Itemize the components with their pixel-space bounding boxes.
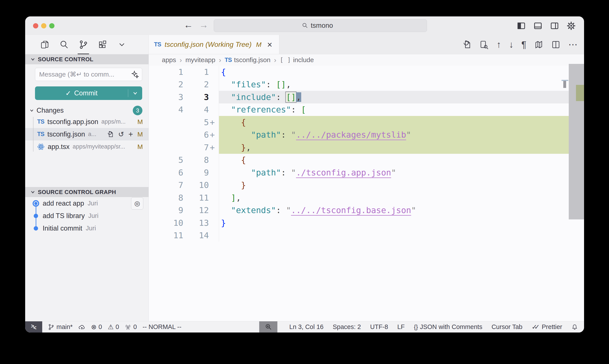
code-line[interactable]: 7+ }, <box>149 141 584 154</box>
error-icon: ⊗ <box>91 324 96 330</box>
previous-change-icon[interactable]: ↑ <box>496 40 501 49</box>
commit-item-add-ts-library[interactable]: add TS libraryJuri <box>25 209 149 222</box>
commit-author: Juri <box>88 212 98 220</box>
file-path-link[interactable]: ../../tsconfig.base.json <box>291 205 411 215</box>
file-path-link[interactable]: ./tsconfig.app.json <box>296 168 391 177</box>
toggle-secondary-sidebar-button[interactable] <box>549 21 559 31</box>
status-item-ln-3-col-16[interactable]: Ln 3, Col 16 <box>289 323 324 331</box>
vscode-window: ← → <box>25 16 584 333</box>
change-item-tsconfig-json[interactable]: TStsconfig.jsona...↺+M <box>25 128 149 141</box>
changes-section-header[interactable]: Changes 3 <box>25 105 149 116</box>
status-item-normal[interactable]: -- NORMAL -- <box>143 323 181 331</box>
code-line-content: }, <box>219 141 584 154</box>
code-line[interactable]: 22 "files": [], <box>149 78 584 91</box>
status-item-cloud-upload[interactable] <box>78 324 85 331</box>
search-input[interactable] <box>311 22 339 29</box>
whitespace-pilcrow-icon[interactable]: ¶ <box>521 40 526 49</box>
command-center-search[interactable] <box>214 19 427 32</box>
split-editor-icon[interactable] <box>551 40 560 49</box>
modified-line-number: 12 <box>183 205 209 215</box>
tab-title: tsconfig.json (Working Tree) <box>165 40 252 49</box>
extensions-view-icon[interactable] <box>96 35 109 54</box>
tab-tsconfig-json-working-tree[interactable]: TS tsconfig.json (Working Tree) M × <box>149 35 279 54</box>
status-item-spaces-2[interactable]: Spaces: 2 <box>333 323 361 331</box>
original-line-number: 2 <box>149 80 183 89</box>
source-control-graph-section-header[interactable]: SOURCE CONTROL GRAPH <box>25 187 149 197</box>
minimize-window-button[interactable] <box>41 23 46 28</box>
change-item-tsconfig-app-json[interactable]: TStsconfig.app.jsonapps/m...M <box>25 116 149 128</box>
status-item-0[interactable]: 0 <box>125 323 137 331</box>
stage-icon[interactable]: + <box>129 130 133 138</box>
status-item-json-with-comments[interactable]: {}JSON with Comments <box>414 323 482 331</box>
commit-dropdown-button[interactable] <box>128 90 142 96</box>
commit-button[interactable]: ✓ Commit <box>35 86 142 100</box>
status-item-utf-8[interactable]: UTF-8 <box>370 323 388 331</box>
breadcrumb-item-include[interactable]: [ ]include <box>280 56 314 64</box>
discard-icon[interactable]: ↺ <box>118 131 124 138</box>
toggle-panel-button[interactable] <box>533 21 543 31</box>
remote-indicator[interactable]: >< <box>25 321 42 333</box>
status-item-bell[interactable] <box>571 324 578 330</box>
settings-gear-icon[interactable] <box>566 21 576 31</box>
breadcrumb-item-apps[interactable]: apps <box>162 56 176 64</box>
editor-group: TS tsconfig.json (Working Tree) M × <box>149 35 584 321</box>
commit-item-add-react-app[interactable]: add react appJuri◎ <box>25 197 149 209</box>
diff-added-sign: + <box>209 117 219 127</box>
map-icon[interactable] <box>534 40 543 49</box>
code-line[interactable]: 33 "include": [], <box>149 91 584 104</box>
forward-icon[interactable]: → <box>199 20 208 29</box>
search-view-icon[interactable] <box>58 35 70 54</box>
status-item-lf[interactable]: LF <box>397 323 405 331</box>
status-item-0[interactable]: ⊗0 <box>91 323 102 331</box>
modified-status-badge: M <box>137 143 143 151</box>
code-line[interactable]: 58 { <box>149 154 584 167</box>
code-line[interactable]: 1114 <box>149 229 584 242</box>
zoom-window-button[interactable] <box>49 23 54 28</box>
code-line[interactable]: 5+ { <box>149 116 584 129</box>
code-line-content: ], <box>219 191 584 204</box>
change-item-app-tsx[interactable]: app.tsxapps/myviteapp/sr...M <box>25 141 149 153</box>
overview-ruler-added-marker <box>576 85 584 101</box>
status-item-cursor-tab[interactable]: Cursor Tab <box>492 323 522 331</box>
close-window-button[interactable] <box>33 23 38 28</box>
commit-message-input[interactable] <box>39 71 131 78</box>
next-change-icon[interactable]: ↓ <box>509 40 513 49</box>
close-tab-icon[interactable]: × <box>267 40 272 49</box>
code-line[interactable]: 44 "references": [ <box>149 104 584 116</box>
code-line[interactable]: 69 "path": "./tsconfig.app.json" <box>149 166 584 179</box>
file-path-link[interactable]: ../../packages/mytslib <box>296 130 406 140</box>
changes-header-label: Changes <box>37 106 64 114</box>
explorer-icon[interactable] <box>39 35 51 54</box>
sparkle-icon[interactable] <box>131 70 139 78</box>
code-line[interactable]: 6+ "path": "../../packages/mytslib" <box>149 129 584 141</box>
status-item-prettier[interactable]: ✓✓Prettier <box>531 323 562 331</box>
more-actions-icon[interactable]: ⋯ <box>568 40 578 49</box>
code-line[interactable]: 1013} <box>149 217 584 229</box>
source-control-section-header[interactable]: SOURCE CONTROL <box>25 54 149 64</box>
commit-dot-icon <box>34 214 38 218</box>
code-line[interactable]: 11{ <box>149 66 584 78</box>
more-views-chevron-icon[interactable] <box>116 35 128 54</box>
code-line[interactable]: 811 ], <box>149 191 584 204</box>
back-icon[interactable]: ← <box>184 20 193 29</box>
open-changes-icon[interactable] <box>462 40 471 49</box>
toggle-primary-sidebar-button[interactable] <box>516 21 526 31</box>
source-control-view-icon[interactable] <box>77 35 90 54</box>
bell-icon <box>571 324 578 330</box>
breadcrumb-item-tsconfig-json[interactable]: TStsconfig.json <box>225 56 270 64</box>
code-line[interactable]: 710 } <box>149 179 584 192</box>
commit-message-box[interactable] <box>35 68 142 81</box>
code-line-content: } <box>219 217 584 229</box>
code-line[interactable]: 912 "extends": "../../tsconfig.base.json… <box>149 204 584 217</box>
code-line-content: "path": "./tsconfig.app.json" <box>219 166 584 179</box>
inline-view-icon[interactable] <box>479 40 489 49</box>
braces-icon: {} <box>414 324 418 330</box>
commit-item-initial-commit[interactable]: Initial commitJuri <box>25 222 149 234</box>
open-file-icon[interactable] <box>107 131 114 138</box>
breadcrumb-item-myviteapp[interactable]: myviteapp <box>185 56 216 64</box>
branch-icon <box>48 324 54 330</box>
status-item-main[interactable]: main* <box>48 323 73 331</box>
goto-commit-button[interactable]: ◎ <box>131 197 143 209</box>
status-item-0[interactable]: ⚠0 <box>108 323 119 331</box>
original-line-number: 7 <box>149 180 183 190</box>
